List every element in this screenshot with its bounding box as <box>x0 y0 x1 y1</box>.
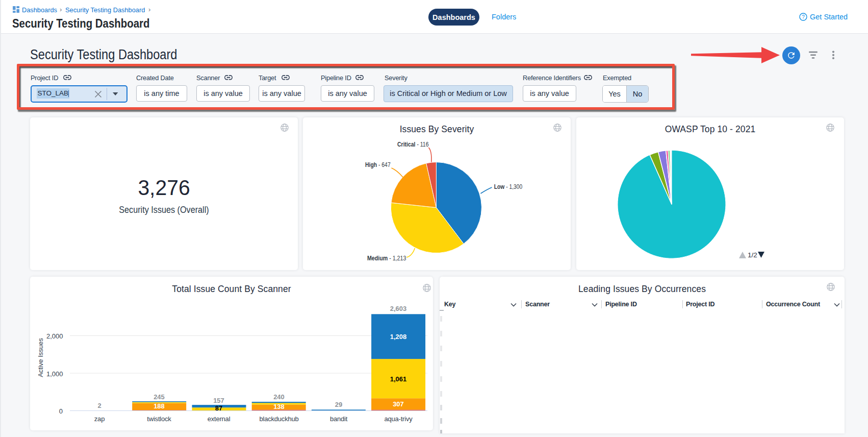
svg-text:Medium - 1,213: Medium - 1,213 <box>367 255 406 262</box>
svg-text:High - 647: High - 647 <box>365 161 391 168</box>
svg-text:Critical - 116: Critical - 116 <box>397 141 429 148</box>
svg-text:?: ? <box>802 14 805 20</box>
svg-text:Low - 1,300: Low - 1,300 <box>494 183 523 190</box>
